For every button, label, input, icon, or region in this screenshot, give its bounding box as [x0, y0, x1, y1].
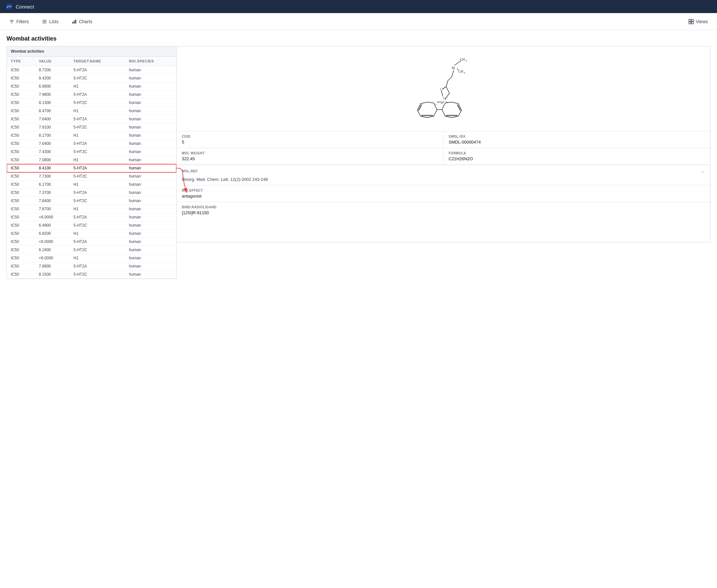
detail-panel: CH 3 N CH 3 O N	[177, 46, 711, 242]
cdid-label: CdId	[182, 135, 438, 138]
views-icon	[689, 19, 694, 24]
table-row[interactable]: IC506.8200H1human	[7, 230, 176, 238]
smdl-value: SMDL-00000474	[449, 140, 705, 145]
lists-label: Lists	[49, 19, 59, 24]
main-content: Wombat activities TYPE VALUE TARGET.NAME…	[0, 46, 717, 286]
app-title: Connect	[16, 4, 34, 9]
svg-rect-14	[692, 22, 693, 24]
views-button[interactable]: Views	[686, 17, 711, 26]
table-row[interactable]: IC508.13005-HT2Chuman	[7, 99, 176, 107]
table-row[interactable]: IC50<6.0000H1human	[7, 254, 176, 262]
cdid-cell: CdId 5	[177, 131, 444, 148]
svg-rect-8	[72, 22, 73, 24]
table-row[interactable]: IC507.84005-HT2Chuman	[7, 197, 176, 205]
table-row[interactable]: IC507.88005-HT2Ahuman	[7, 262, 176, 270]
bind-value: [125I]R-91150	[182, 210, 705, 215]
svg-text:CH: CH	[458, 69, 463, 73]
svg-line-38	[436, 104, 436, 105]
col-species: BIO.SPECIES	[125, 57, 176, 66]
svg-line-41	[441, 101, 444, 104]
table-row[interactable]: IC507.98005-HT2Ahuman	[7, 90, 176, 99]
molecule-svg: CH 3 N CH 3 O N	[395, 51, 492, 127]
filter-icon	[9, 19, 14, 24]
page-title: Wombat activities	[6, 35, 711, 42]
molweight-label: Mol Weight	[182, 151, 438, 155]
molweight-cell: Mol Weight 322.45	[177, 148, 444, 165]
col-target: TARGET.NAME	[70, 57, 125, 66]
table-row[interactable]: IC50<6.00005-HT2Ahuman	[7, 213, 176, 222]
bind-label: BIND.RADIOLIGAND	[182, 205, 705, 209]
table-row[interactable]: IC507.8700H1human	[7, 205, 176, 213]
app-logo	[5, 3, 13, 10]
molweight-value: 322.45	[182, 156, 438, 161]
table-row[interactable]: IC507.0800H1human	[7, 156, 176, 164]
svg-text:3: 3	[465, 60, 467, 62]
smdl-cell: SMDL.IDX SMDL-00000474	[444, 131, 711, 148]
bioeffect-value: antagonist	[182, 194, 705, 198]
topbar: Connect	[0, 0, 717, 13]
table-row[interactable]: IC506.49005-HT2Chuman	[7, 222, 176, 230]
list-icon	[42, 19, 47, 24]
svg-marker-33	[442, 102, 462, 118]
table-row[interactable]: IC507.04005-HT2Ahuman	[7, 140, 176, 148]
table-row[interactable]: IC506.16005-HT2Chuman	[7, 246, 176, 254]
filters-button[interactable]: Filters	[6, 17, 31, 26]
table-row[interactable]: IC508.4700H1human	[7, 107, 176, 115]
table-row[interactable]: IC508.72005-HT2Ahuman	[7, 66, 176, 74]
table-panel-title: Wombat activities	[7, 46, 176, 57]
svg-line-20	[454, 61, 461, 65]
formula-label: Formula	[449, 151, 705, 155]
views-label: Views	[696, 19, 708, 24]
table-row[interactable]: IC50<6.00005-HT2Ahuman	[7, 238, 176, 246]
table-row[interactable]: IC507.37005-HT2Ahuman	[7, 189, 176, 197]
svg-line-35	[419, 104, 422, 110]
bioeffect-section: BIO.EFFECT antagonist	[177, 185, 710, 202]
molecule-image: CH 3 N CH 3 O N	[177, 46, 710, 131]
chart-icon	[72, 19, 77, 24]
table-panel: Wombat activities TYPE VALUE TARGET.NAME…	[6, 46, 177, 279]
svg-line-42	[446, 101, 447, 103]
table-row[interactable]: IC507.91005-HT2Chuman	[7, 123, 176, 131]
col-value: VALUE	[35, 57, 70, 66]
toolbar: Filters Lists Charts Views	[0, 13, 717, 30]
formula-cell: Formula C21H26N2O	[444, 148, 711, 165]
svg-line-23	[448, 77, 452, 81]
svg-text:N: N	[452, 65, 455, 70]
table-row[interactable]: IC507.73005-HT2Chuman	[7, 172, 176, 181]
charts-label: Charts	[79, 19, 92, 24]
molref-label: MOL.REF	[182, 169, 198, 173]
table-row[interactable]: IC507.43005-HT2Chuman	[7, 148, 176, 156]
table-row[interactable]: IC508.41005-HT2Ahuman	[7, 164, 176, 172]
table-row[interactable]: IC508.1700H1human	[7, 131, 176, 140]
svg-point-1	[6, 7, 8, 8]
bioeffect-label: BIO.EFFECT	[182, 189, 705, 192]
table-header-row: TYPE VALUE TARGET.NAME BIO.SPECIES	[7, 57, 176, 66]
molref-value: Bioorg. Med. Chem. Lett. 12(2)-2002 243-…	[177, 177, 710, 185]
table-row[interactable]: IC506.9900H1human	[7, 82, 176, 90]
col-type: TYPE	[7, 57, 35, 66]
svg-rect-10	[75, 20, 76, 24]
svg-text:CH: CH	[460, 57, 465, 61]
info-grid: CdId 5 SMDL.IDX SMDL-00000474 Mol Weight…	[177, 131, 710, 165]
molref-header[interactable]: MOL.REF ⌄	[177, 165, 710, 177]
table-row[interactable]: IC508.42005-HT2Chuman	[7, 74, 176, 82]
svg-rect-12	[692, 19, 693, 21]
molref-chevron-icon: ⌄	[701, 168, 705, 174]
table-row[interactable]: IC506.1700H1human	[7, 181, 176, 189]
molref-section: MOL.REF ⌄ Bioorg. Med. Chem. Lett. 12(2)…	[177, 165, 710, 185]
cdid-value: 5	[182, 140, 438, 145]
svg-marker-32	[417, 102, 437, 118]
svg-rect-11	[689, 19, 691, 21]
table-row[interactable]: IC508.15005-HT2Chuman	[7, 270, 176, 279]
svg-line-44	[457, 104, 460, 110]
svg-text:3: 3	[464, 71, 465, 75]
charts-button[interactable]: Charts	[69, 17, 95, 26]
table-row[interactable]: IC507.64005-HT2Ahuman	[7, 115, 176, 123]
page-title-area: Wombat activities	[0, 30, 717, 46]
formula-value: C21H26N2O	[449, 156, 705, 161]
svg-rect-9	[73, 21, 75, 24]
svg-line-30	[446, 93, 449, 98]
smdl-label: SMDL.IDX	[449, 135, 705, 138]
svg-rect-13	[689, 22, 691, 24]
lists-button[interactable]: Lists	[39, 17, 61, 26]
